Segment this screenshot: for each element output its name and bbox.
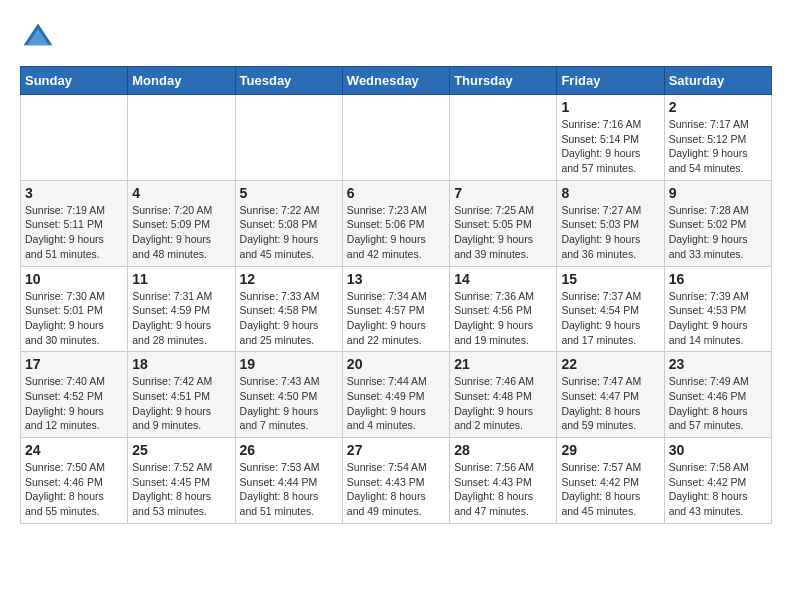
day-number: 28 — [454, 442, 552, 458]
calendar-week-row: 10Sunrise: 7:30 AM Sunset: 5:01 PM Dayli… — [21, 266, 772, 352]
day-number: 25 — [132, 442, 230, 458]
calendar-cell — [450, 95, 557, 181]
day-info: Sunrise: 7:16 AM Sunset: 5:14 PM Dayligh… — [561, 117, 659, 176]
calendar-week-row: 1Sunrise: 7:16 AM Sunset: 5:14 PM Daylig… — [21, 95, 772, 181]
day-info: Sunrise: 7:20 AM Sunset: 5:09 PM Dayligh… — [132, 203, 230, 262]
calendar-table: SundayMondayTuesdayWednesdayThursdayFrid… — [20, 66, 772, 524]
day-number: 20 — [347, 356, 445, 372]
day-info: Sunrise: 7:30 AM Sunset: 5:01 PM Dayligh… — [25, 289, 123, 348]
calendar-header-row: SundayMondayTuesdayWednesdayThursdayFrid… — [21, 67, 772, 95]
calendar-cell: 20Sunrise: 7:44 AM Sunset: 4:49 PM Dayli… — [342, 352, 449, 438]
day-info: Sunrise: 7:17 AM Sunset: 5:12 PM Dayligh… — [669, 117, 767, 176]
day-info: Sunrise: 7:22 AM Sunset: 5:08 PM Dayligh… — [240, 203, 338, 262]
calendar-cell: 22Sunrise: 7:47 AM Sunset: 4:47 PM Dayli… — [557, 352, 664, 438]
day-number: 26 — [240, 442, 338, 458]
day-header-wednesday: Wednesday — [342, 67, 449, 95]
day-number: 11 — [132, 271, 230, 287]
day-number: 10 — [25, 271, 123, 287]
calendar-week-row: 24Sunrise: 7:50 AM Sunset: 4:46 PM Dayli… — [21, 438, 772, 524]
calendar-cell: 28Sunrise: 7:56 AM Sunset: 4:43 PM Dayli… — [450, 438, 557, 524]
day-number: 17 — [25, 356, 123, 372]
calendar-cell: 10Sunrise: 7:30 AM Sunset: 5:01 PM Dayli… — [21, 266, 128, 352]
calendar-cell — [128, 95, 235, 181]
day-info: Sunrise: 7:25 AM Sunset: 5:05 PM Dayligh… — [454, 203, 552, 262]
day-number: 24 — [25, 442, 123, 458]
day-info: Sunrise: 7:46 AM Sunset: 4:48 PM Dayligh… — [454, 374, 552, 433]
day-info: Sunrise: 7:23 AM Sunset: 5:06 PM Dayligh… — [347, 203, 445, 262]
calendar-cell: 6Sunrise: 7:23 AM Sunset: 5:06 PM Daylig… — [342, 180, 449, 266]
day-number: 29 — [561, 442, 659, 458]
day-number: 2 — [669, 99, 767, 115]
calendar-cell: 15Sunrise: 7:37 AM Sunset: 4:54 PM Dayli… — [557, 266, 664, 352]
day-number: 23 — [669, 356, 767, 372]
day-header-monday: Monday — [128, 67, 235, 95]
calendar-cell: 12Sunrise: 7:33 AM Sunset: 4:58 PM Dayli… — [235, 266, 342, 352]
day-number: 1 — [561, 99, 659, 115]
day-header-thursday: Thursday — [450, 67, 557, 95]
calendar-cell: 8Sunrise: 7:27 AM Sunset: 5:03 PM Daylig… — [557, 180, 664, 266]
day-info: Sunrise: 7:28 AM Sunset: 5:02 PM Dayligh… — [669, 203, 767, 262]
day-number: 19 — [240, 356, 338, 372]
calendar-cell: 19Sunrise: 7:43 AM Sunset: 4:50 PM Dayli… — [235, 352, 342, 438]
day-info: Sunrise: 7:53 AM Sunset: 4:44 PM Dayligh… — [240, 460, 338, 519]
day-number: 30 — [669, 442, 767, 458]
day-number: 15 — [561, 271, 659, 287]
day-number: 4 — [132, 185, 230, 201]
day-number: 6 — [347, 185, 445, 201]
day-number: 13 — [347, 271, 445, 287]
logo — [20, 20, 62, 56]
day-number: 8 — [561, 185, 659, 201]
logo-icon — [20, 20, 56, 56]
calendar-cell — [21, 95, 128, 181]
day-number: 18 — [132, 356, 230, 372]
calendar-cell: 17Sunrise: 7:40 AM Sunset: 4:52 PM Dayli… — [21, 352, 128, 438]
day-number: 27 — [347, 442, 445, 458]
day-number: 9 — [669, 185, 767, 201]
day-info: Sunrise: 7:47 AM Sunset: 4:47 PM Dayligh… — [561, 374, 659, 433]
day-info: Sunrise: 7:50 AM Sunset: 4:46 PM Dayligh… — [25, 460, 123, 519]
page-header — [20, 20, 772, 56]
day-info: Sunrise: 7:33 AM Sunset: 4:58 PM Dayligh… — [240, 289, 338, 348]
day-number: 3 — [25, 185, 123, 201]
calendar-cell: 21Sunrise: 7:46 AM Sunset: 4:48 PM Dayli… — [450, 352, 557, 438]
day-number: 14 — [454, 271, 552, 287]
calendar-cell: 14Sunrise: 7:36 AM Sunset: 4:56 PM Dayli… — [450, 266, 557, 352]
calendar-cell — [235, 95, 342, 181]
calendar-cell: 11Sunrise: 7:31 AM Sunset: 4:59 PM Dayli… — [128, 266, 235, 352]
day-info: Sunrise: 7:52 AM Sunset: 4:45 PM Dayligh… — [132, 460, 230, 519]
calendar-cell: 26Sunrise: 7:53 AM Sunset: 4:44 PM Dayli… — [235, 438, 342, 524]
day-info: Sunrise: 7:19 AM Sunset: 5:11 PM Dayligh… — [25, 203, 123, 262]
day-info: Sunrise: 7:37 AM Sunset: 4:54 PM Dayligh… — [561, 289, 659, 348]
day-info: Sunrise: 7:44 AM Sunset: 4:49 PM Dayligh… — [347, 374, 445, 433]
day-number: 22 — [561, 356, 659, 372]
calendar-cell: 2Sunrise: 7:17 AM Sunset: 5:12 PM Daylig… — [664, 95, 771, 181]
day-info: Sunrise: 7:36 AM Sunset: 4:56 PM Dayligh… — [454, 289, 552, 348]
calendar-cell: 18Sunrise: 7:42 AM Sunset: 4:51 PM Dayli… — [128, 352, 235, 438]
calendar-cell: 9Sunrise: 7:28 AM Sunset: 5:02 PM Daylig… — [664, 180, 771, 266]
day-number: 7 — [454, 185, 552, 201]
day-number: 12 — [240, 271, 338, 287]
calendar-cell: 25Sunrise: 7:52 AM Sunset: 4:45 PM Dayli… — [128, 438, 235, 524]
calendar-cell: 5Sunrise: 7:22 AM Sunset: 5:08 PM Daylig… — [235, 180, 342, 266]
day-info: Sunrise: 7:34 AM Sunset: 4:57 PM Dayligh… — [347, 289, 445, 348]
calendar-cell: 13Sunrise: 7:34 AM Sunset: 4:57 PM Dayli… — [342, 266, 449, 352]
calendar-week-row: 3Sunrise: 7:19 AM Sunset: 5:11 PM Daylig… — [21, 180, 772, 266]
calendar-cell: 30Sunrise: 7:58 AM Sunset: 4:42 PM Dayli… — [664, 438, 771, 524]
calendar-cell: 16Sunrise: 7:39 AM Sunset: 4:53 PM Dayli… — [664, 266, 771, 352]
calendar-cell — [342, 95, 449, 181]
calendar-cell: 29Sunrise: 7:57 AM Sunset: 4:42 PM Dayli… — [557, 438, 664, 524]
day-info: Sunrise: 7:39 AM Sunset: 4:53 PM Dayligh… — [669, 289, 767, 348]
day-header-tuesday: Tuesday — [235, 67, 342, 95]
day-info: Sunrise: 7:58 AM Sunset: 4:42 PM Dayligh… — [669, 460, 767, 519]
calendar-cell: 4Sunrise: 7:20 AM Sunset: 5:09 PM Daylig… — [128, 180, 235, 266]
day-number: 21 — [454, 356, 552, 372]
calendar-week-row: 17Sunrise: 7:40 AM Sunset: 4:52 PM Dayli… — [21, 352, 772, 438]
day-info: Sunrise: 7:56 AM Sunset: 4:43 PM Dayligh… — [454, 460, 552, 519]
day-header-friday: Friday — [557, 67, 664, 95]
calendar-cell: 23Sunrise: 7:49 AM Sunset: 4:46 PM Dayli… — [664, 352, 771, 438]
day-info: Sunrise: 7:43 AM Sunset: 4:50 PM Dayligh… — [240, 374, 338, 433]
day-header-saturday: Saturday — [664, 67, 771, 95]
day-header-sunday: Sunday — [21, 67, 128, 95]
day-number: 16 — [669, 271, 767, 287]
calendar-cell: 1Sunrise: 7:16 AM Sunset: 5:14 PM Daylig… — [557, 95, 664, 181]
